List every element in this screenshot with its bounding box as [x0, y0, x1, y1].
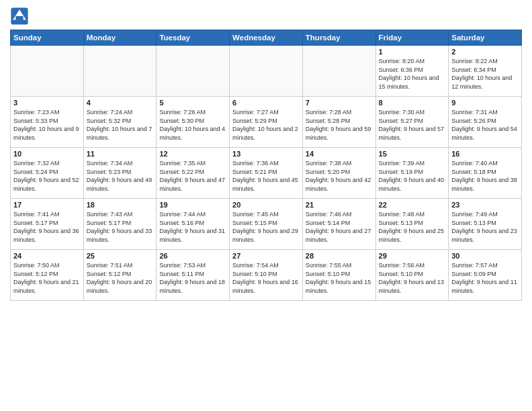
calendar-cell: 19Sunrise: 7:44 AM Sunset: 5:16 PM Dayli…: [157, 199, 230, 250]
calendar-cell: 27Sunrise: 7:54 AM Sunset: 5:10 PM Dayli…: [230, 250, 303, 301]
calendar-cell: 20Sunrise: 7:45 AM Sunset: 5:15 PM Dayli…: [230, 199, 303, 250]
day-number: 4: [87, 99, 154, 107]
day-info: Sunrise: 7:34 AM Sunset: 5:23 PM Dayligh…: [87, 159, 154, 193]
day-info: Sunrise: 7:46 AM Sunset: 5:14 PM Dayligh…: [306, 210, 373, 244]
day-number: 15: [379, 150, 446, 158]
day-number: 13: [232, 150, 300, 158]
calendar-cell: 26Sunrise: 7:53 AM Sunset: 5:11 PM Dayli…: [157, 250, 230, 301]
page: SundayMondayTuesdayWednesdayThursdayFrid…: [0, 0, 532, 411]
day-number: 24: [13, 252, 81, 260]
weekday-header: Friday: [375, 30, 449, 46]
weekday-header: Sunday: [11, 30, 84, 46]
weekday-header-row: SundayMondayTuesdayWednesdayThursdayFrid…: [11, 30, 522, 46]
day-info: Sunrise: 7:28 AM Sunset: 5:28 PM Dayligh…: [306, 108, 373, 142]
day-info: Sunrise: 7:44 AM Sunset: 5:16 PM Dayligh…: [159, 210, 226, 244]
calendar-week-row: 24Sunrise: 7:50 AM Sunset: 5:12 PM Dayli…: [11, 250, 522, 301]
day-number: 23: [451, 201, 519, 209]
weekday-header: Monday: [83, 30, 157, 46]
calendar-cell: 18Sunrise: 7:43 AM Sunset: 5:17 PM Dayli…: [83, 199, 157, 250]
header: [10, 7, 522, 26]
day-number: 26: [159, 252, 226, 260]
day-number: 9: [451, 99, 519, 107]
calendar-cell: [11, 46, 84, 97]
day-info: Sunrise: 7:51 AM Sunset: 5:12 PM Dayligh…: [87, 261, 154, 295]
day-info: Sunrise: 7:56 AM Sunset: 5:10 PM Dayligh…: [379, 261, 446, 295]
calendar-table: SundayMondayTuesdayWednesdayThursdayFrid…: [10, 30, 522, 301]
calendar-cell: 25Sunrise: 7:51 AM Sunset: 5:12 PM Dayli…: [83, 250, 157, 301]
calendar-cell: 21Sunrise: 7:46 AM Sunset: 5:14 PM Dayli…: [302, 199, 375, 250]
weekday-header: Wednesday: [230, 30, 303, 46]
calendar-cell: 4Sunrise: 7:24 AM Sunset: 5:32 PM Daylig…: [83, 97, 157, 148]
day-info: Sunrise: 7:54 AM Sunset: 5:10 PM Dayligh…: [232, 261, 300, 295]
day-number: 5: [159, 99, 226, 107]
calendar-cell: 30Sunrise: 7:57 AM Sunset: 5:09 PM Dayli…: [449, 250, 522, 301]
day-number: 8: [379, 99, 446, 107]
day-info: Sunrise: 8:20 AM Sunset: 6:36 PM Dayligh…: [379, 57, 446, 91]
day-info: Sunrise: 7:27 AM Sunset: 5:29 PM Dayligh…: [232, 108, 300, 142]
day-info: Sunrise: 7:31 AM Sunset: 5:26 PM Dayligh…: [451, 108, 519, 142]
calendar-cell: 12Sunrise: 7:35 AM Sunset: 5:22 PM Dayli…: [157, 148, 230, 199]
day-info: Sunrise: 7:50 AM Sunset: 5:12 PM Dayligh…: [13, 261, 81, 295]
day-info: Sunrise: 7:23 AM Sunset: 5:33 PM Dayligh…: [13, 108, 81, 142]
calendar-cell: 3Sunrise: 7:23 AM Sunset: 5:33 PM Daylig…: [11, 97, 84, 148]
day-number: 2: [451, 48, 519, 56]
day-number: 29: [379, 252, 446, 260]
svg-rect-2: [15, 16, 23, 21]
day-number: 12: [159, 150, 226, 158]
day-info: Sunrise: 7:32 AM Sunset: 5:24 PM Dayligh…: [13, 159, 81, 193]
calendar-week-row: 17Sunrise: 7:41 AM Sunset: 5:17 PM Dayli…: [11, 199, 522, 250]
calendar-cell: 15Sunrise: 7:39 AM Sunset: 5:19 PM Dayli…: [375, 148, 449, 199]
day-info: Sunrise: 7:26 AM Sunset: 5:30 PM Dayligh…: [159, 108, 226, 142]
day-info: Sunrise: 7:55 AM Sunset: 5:10 PM Dayligh…: [306, 261, 373, 295]
calendar-cell: 17Sunrise: 7:41 AM Sunset: 5:17 PM Dayli…: [11, 199, 84, 250]
calendar-cell: 6Sunrise: 7:27 AM Sunset: 5:29 PM Daylig…: [230, 97, 303, 148]
day-number: 10: [13, 150, 81, 158]
calendar-cell: 24Sunrise: 7:50 AM Sunset: 5:12 PM Dayli…: [11, 250, 84, 301]
day-info: Sunrise: 7:45 AM Sunset: 5:15 PM Dayligh…: [232, 210, 300, 244]
calendar-week-row: 3Sunrise: 7:23 AM Sunset: 5:33 PM Daylig…: [11, 97, 522, 148]
calendar-cell: 29Sunrise: 7:56 AM Sunset: 5:10 PM Dayli…: [375, 250, 449, 301]
calendar-cell: [302, 46, 375, 97]
day-number: 14: [306, 150, 373, 158]
day-number: 22: [379, 201, 446, 209]
calendar-cell: 14Sunrise: 7:38 AM Sunset: 5:20 PM Dayli…: [302, 148, 375, 199]
day-info: Sunrise: 7:24 AM Sunset: 5:32 PM Dayligh…: [87, 108, 154, 142]
calendar-cell: 11Sunrise: 7:34 AM Sunset: 5:23 PM Dayli…: [83, 148, 157, 199]
day-number: 17: [13, 201, 81, 209]
day-number: 21: [306, 201, 373, 209]
day-info: Sunrise: 7:40 AM Sunset: 5:18 PM Dayligh…: [451, 159, 519, 193]
day-info: Sunrise: 7:48 AM Sunset: 5:13 PM Dayligh…: [379, 210, 446, 244]
logo: [10, 7, 32, 26]
day-info: Sunrise: 7:39 AM Sunset: 5:19 PM Dayligh…: [379, 159, 446, 193]
day-info: Sunrise: 7:49 AM Sunset: 5:13 PM Dayligh…: [451, 210, 519, 244]
day-number: 28: [306, 252, 373, 260]
calendar-cell: 22Sunrise: 7:48 AM Sunset: 5:13 PM Dayli…: [375, 199, 449, 250]
day-number: 19: [159, 201, 226, 209]
calendar-cell: 9Sunrise: 7:31 AM Sunset: 5:26 PM Daylig…: [449, 97, 522, 148]
calendar-cell: 1Sunrise: 8:20 AM Sunset: 6:36 PM Daylig…: [375, 46, 449, 97]
day-number: 16: [451, 150, 519, 158]
day-number: 27: [232, 252, 300, 260]
day-info: Sunrise: 7:43 AM Sunset: 5:17 PM Dayligh…: [87, 210, 154, 244]
day-number: 3: [13, 99, 81, 107]
weekday-header: Thursday: [302, 30, 375, 46]
calendar-cell: [230, 46, 303, 97]
calendar-cell: [83, 46, 157, 97]
day-info: Sunrise: 7:36 AM Sunset: 5:21 PM Dayligh…: [232, 159, 300, 193]
day-info: Sunrise: 7:41 AM Sunset: 5:17 PM Dayligh…: [13, 210, 81, 244]
weekday-header: Tuesday: [157, 30, 230, 46]
day-number: 30: [451, 252, 519, 260]
day-number: 18: [87, 201, 154, 209]
weekday-header: Saturday: [449, 30, 522, 46]
calendar-cell: 5Sunrise: 7:26 AM Sunset: 5:30 PM Daylig…: [157, 97, 230, 148]
day-number: 25: [87, 252, 154, 260]
calendar-cell: 10Sunrise: 7:32 AM Sunset: 5:24 PM Dayli…: [11, 148, 84, 199]
calendar-cell: 2Sunrise: 8:22 AM Sunset: 6:34 PM Daylig…: [449, 46, 522, 97]
logo-icon: [10, 7, 29, 26]
calendar-cell: 28Sunrise: 7:55 AM Sunset: 5:10 PM Dayli…: [302, 250, 375, 301]
calendar-cell: 8Sunrise: 7:30 AM Sunset: 5:27 PM Daylig…: [375, 97, 449, 148]
calendar-cell: 13Sunrise: 7:36 AM Sunset: 5:21 PM Dayli…: [230, 148, 303, 199]
calendar-cell: 7Sunrise: 7:28 AM Sunset: 5:28 PM Daylig…: [302, 97, 375, 148]
day-info: Sunrise: 7:38 AM Sunset: 5:20 PM Dayligh…: [306, 159, 373, 193]
day-info: Sunrise: 8:22 AM Sunset: 6:34 PM Dayligh…: [451, 57, 519, 91]
